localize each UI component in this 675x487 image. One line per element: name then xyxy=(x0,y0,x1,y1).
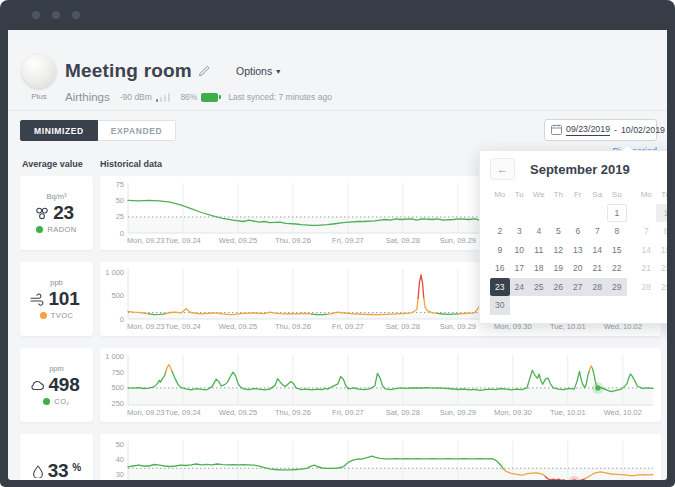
window-control-dot[interactable] xyxy=(32,11,40,19)
calendar-day[interactable]: 25 xyxy=(529,278,549,297)
view-mode-tabs: MINIMIZED EXPANDED xyxy=(20,120,176,141)
svg-text:Sun, 09.29: Sun, 09.29 xyxy=(440,236,476,245)
svg-text:Mon, 09.23: Mon, 09.23 xyxy=(127,322,165,331)
calendar-day[interactable]: 29 xyxy=(607,278,627,297)
calendar-empty-cell xyxy=(568,204,588,223)
tab-expanded[interactable]: EXPANDED xyxy=(98,120,176,141)
edit-title-icon[interactable] xyxy=(199,62,210,80)
calendar-empty-cell xyxy=(510,204,530,223)
svg-text:Sat, 09.28: Sat, 09.28 xyxy=(386,408,420,417)
calendar-day[interactable]: 21 xyxy=(588,259,608,278)
calendar-day[interactable]: 22 xyxy=(607,259,627,278)
calendar-empty-cell xyxy=(549,296,569,315)
calendar-day-header: We xyxy=(533,190,545,199)
radon-average-card: Bq/m³ 23 RADON xyxy=(20,176,93,250)
calendar-day-header: Sa xyxy=(592,190,602,199)
calendar-day[interactable]: 15 xyxy=(656,241,667,260)
calendar-day[interactable]: 30 xyxy=(490,296,510,315)
calendar-day[interactable]: 8 xyxy=(607,222,627,241)
calendar-day[interactable]: 14 xyxy=(588,241,608,260)
calendar-day[interactable]: 8 xyxy=(656,222,667,241)
calendar-day[interactable]: 2 xyxy=(490,222,510,241)
calendar-day[interactable]: 18 xyxy=(529,259,549,278)
calendar-month-grid: MoTuWeThFrSaSu12345678910111213141516171… xyxy=(490,185,627,315)
calendar-day[interactable]: 7 xyxy=(637,222,657,241)
svg-text:Wed, 10.02: Wed, 10.02 xyxy=(604,408,642,417)
co2-cloud-icon xyxy=(30,379,45,391)
calendar-day[interactable]: 20 xyxy=(568,259,588,278)
calendar-day[interactable]: 16 xyxy=(490,259,510,278)
svg-text:Fri, 09.27: Fri, 09.27 xyxy=(332,322,364,331)
calendar-day[interactable]: 29 xyxy=(656,278,667,297)
calendar-day[interactable]: 27 xyxy=(568,278,588,297)
calendar-day[interactable]: 1 xyxy=(607,204,627,223)
date-to-field[interactable]: 10/02/2019 xyxy=(621,125,665,135)
calendar-day[interactable]: 10 xyxy=(510,241,530,260)
calendar-day[interactable]: 21 xyxy=(637,259,657,278)
svg-text:50: 50 xyxy=(116,440,124,449)
humidity-average-card: 33 % HUMIDITY xyxy=(20,434,93,480)
tvoc-icon xyxy=(30,293,45,306)
calendar-next-month-grid: MoTuWeThFrSaSu12345678910111213141516171… xyxy=(637,185,668,315)
calendar-empty-cell xyxy=(529,204,549,223)
svg-text:500: 500 xyxy=(111,383,124,392)
svg-text:Tue, 09.24: Tue, 09.24 xyxy=(165,236,201,245)
date-from-field[interactable]: 09/23/2019 xyxy=(566,124,610,136)
calendar-empty-cell xyxy=(568,296,588,315)
calendar-day[interactable]: 15 xyxy=(607,241,627,260)
tvoc-unit: ppb xyxy=(50,278,63,287)
calendar-day[interactable]: 3 xyxy=(510,222,530,241)
svg-text:Sun, 09.29: Sun, 09.29 xyxy=(440,408,476,417)
window-control-dot[interactable] xyxy=(72,11,80,19)
last-synced-text: Last synced: 7 minutes ago xyxy=(228,92,331,102)
svg-text:0: 0 xyxy=(120,315,124,324)
calendar-empty-cell xyxy=(510,296,530,315)
svg-text:Thu, 09.26: Thu, 09.26 xyxy=(275,408,311,417)
calendar-day[interactable]: 7 xyxy=(588,222,608,241)
calendar-day[interactable]: 19 xyxy=(549,259,569,278)
svg-text:Sun, 09.29: Sun, 09.29 xyxy=(440,322,476,331)
calendar-day[interactable]: 6 xyxy=(568,222,588,241)
calendar-day-header: Mo xyxy=(641,190,652,199)
radon-value: 23 xyxy=(53,202,74,224)
calendar-day[interactable]: 17 xyxy=(510,259,530,278)
calendar-day[interactable]: 13 xyxy=(568,241,588,260)
calendar-day[interactable]: 4 xyxy=(529,222,549,241)
svg-text:25: 25 xyxy=(116,212,124,221)
calendar-day[interactable]: 28 xyxy=(588,278,608,297)
calendar-day[interactable]: 26 xyxy=(549,278,569,297)
svg-text:Thu, 09.26: Thu, 09.26 xyxy=(275,322,311,331)
calendar-day[interactable]: 1 xyxy=(656,204,667,223)
svg-text:Fri, 09.27: Fri, 09.27 xyxy=(332,408,364,417)
co2-unit: ppm xyxy=(49,364,64,373)
calendar-day[interactable]: 22 xyxy=(656,259,667,278)
calendar-prev-month-button[interactable]: ← xyxy=(490,158,515,180)
tvoc-label: TVOC xyxy=(51,311,73,320)
options-label: Options xyxy=(236,65,272,77)
calendar-day-header: Tu xyxy=(515,190,524,199)
window-titlebar xyxy=(0,0,675,30)
calendar-empty-cell xyxy=(490,204,510,223)
device-name: Airthings xyxy=(65,91,110,103)
svg-text:Thu, 09.26: Thu, 09.26 xyxy=(275,236,311,245)
calendar-day[interactable]: 12 xyxy=(549,241,569,260)
calendar-day[interactable]: 11 xyxy=(529,241,549,260)
calendar-day[interactable]: 9 xyxy=(490,241,510,260)
radon-label: RADON xyxy=(47,225,76,234)
signal-strength-icon xyxy=(156,93,171,102)
calendar-day[interactable]: 23 xyxy=(490,278,510,297)
humidity-droplet-icon xyxy=(32,465,44,478)
window-control-dot[interactable] xyxy=(52,11,60,19)
calendar-day[interactable]: 14 xyxy=(637,241,657,260)
co2-row: ppm 498 CO₂ 2505007501 000Mon, 09.23T xyxy=(20,348,661,422)
battery-icon xyxy=(201,93,218,102)
date-range-input[interactable]: 09/23/2019 - 10/02/2019 xyxy=(544,119,657,141)
options-dropdown[interactable]: Options ▾ xyxy=(236,65,280,77)
svg-text:Wed, 09.25: Wed, 09.25 xyxy=(219,236,257,245)
calendar-day[interactable]: 28 xyxy=(637,278,657,297)
calendar-day[interactable]: 5 xyxy=(549,222,569,241)
tab-minimized[interactable]: MINIMIZED xyxy=(20,120,98,141)
svg-text:Mon, 09.23: Mon, 09.23 xyxy=(127,408,165,417)
calendar-day[interactable]: 24 xyxy=(510,278,530,297)
date-picker-popup: ← September 2019 MoTuWeThFrSaSu123456789… xyxy=(479,150,667,324)
